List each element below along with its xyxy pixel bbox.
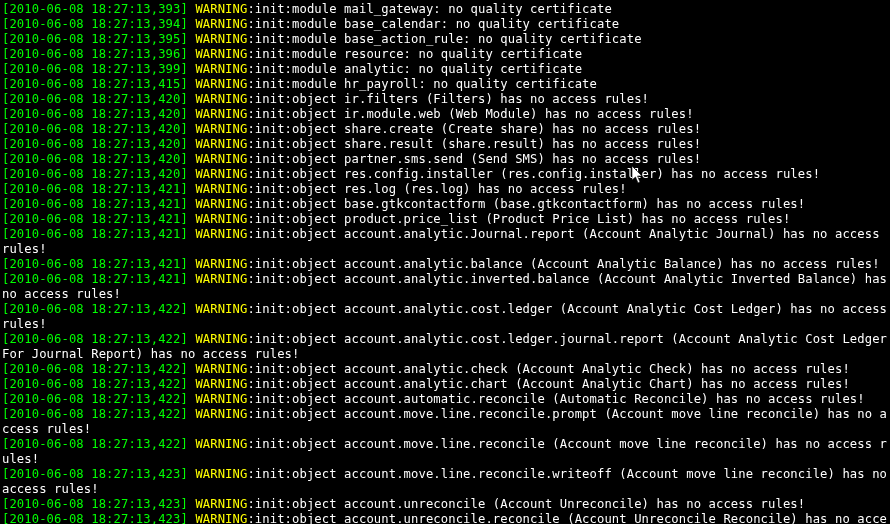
log-timestamp: [2010-06-08 18:27:13,421] <box>2 212 188 226</box>
log-timestamp: [2010-06-08 18:27:13,399] <box>2 62 188 76</box>
log-message: :init:module hr_payroll: no quality cert… <box>247 77 597 91</box>
log-message: :init:object account.unreconcile (Accoun… <box>247 497 805 511</box>
terminal-output[interactable]: [2010-06-08 18:27:13,393] WARNING:init:m… <box>0 0 890 524</box>
log-message: :init:object share.result (share.result)… <box>247 137 701 151</box>
log-level: WARNING <box>195 152 247 166</box>
log-level: WARNING <box>195 512 247 524</box>
log-level: WARNING <box>195 122 247 136</box>
log-timestamp: [2010-06-08 18:27:13,422] <box>2 302 188 316</box>
log-message: :init:object product.price_list (Product… <box>247 212 790 226</box>
log-level: WARNING <box>195 47 247 61</box>
log-level: WARNING <box>195 227 247 241</box>
log-message: :init:object base.gtkcontactform (base.g… <box>247 197 805 211</box>
log-timestamp: [2010-06-08 18:27:13,395] <box>2 32 188 46</box>
log-timestamp: [2010-06-08 18:27:13,415] <box>2 77 188 91</box>
log-level: WARNING <box>195 212 247 226</box>
log-timestamp: [2010-06-08 18:27:13,420] <box>2 122 188 136</box>
log-timestamp: [2010-06-08 18:27:13,423] <box>2 467 188 481</box>
log-level: WARNING <box>195 407 247 421</box>
log-level: WARNING <box>195 362 247 376</box>
log-message: :init:object account.automatic.reconcile… <box>247 392 864 406</box>
log-level: WARNING <box>195 107 247 121</box>
log-timestamp: [2010-06-08 18:27:13,420] <box>2 92 188 106</box>
log-timestamp: [2010-06-08 18:27:13,422] <box>2 362 188 376</box>
log-message: :init:object ir.filters (Filters) has no… <box>247 92 649 106</box>
log-level: WARNING <box>195 257 247 271</box>
log-timestamp: [2010-06-08 18:27:13,420] <box>2 137 188 151</box>
log-timestamp: [2010-06-08 18:27:13,421] <box>2 182 188 196</box>
log-timestamp: [2010-06-08 18:27:13,420] <box>2 167 188 181</box>
log-timestamp: [2010-06-08 18:27:13,422] <box>2 392 188 406</box>
log-level: WARNING <box>195 182 247 196</box>
log-message: :init:module resource: no quality certif… <box>247 47 582 61</box>
log-level: WARNING <box>195 332 247 346</box>
log-level: WARNING <box>195 392 247 406</box>
log-timestamp: [2010-06-08 18:27:13,422] <box>2 332 188 346</box>
log-level: WARNING <box>195 272 247 286</box>
log-timestamp: [2010-06-08 18:27:13,420] <box>2 152 188 166</box>
log-timestamp: [2010-06-08 18:27:13,422] <box>2 377 188 391</box>
log-level: WARNING <box>195 137 247 151</box>
log-level: WARNING <box>195 32 247 46</box>
log-level: WARNING <box>195 437 247 451</box>
log-level: WARNING <box>195 497 247 511</box>
log-message: :init:object account.analytic.chart (Acc… <box>247 377 849 391</box>
log-level: WARNING <box>195 197 247 211</box>
log-level: WARNING <box>195 17 247 31</box>
log-message: :init:module base_calendar: no quality c… <box>247 17 619 31</box>
log-message: :init:module analytic: no quality certif… <box>247 62 582 76</box>
log-timestamp: [2010-06-08 18:27:13,394] <box>2 17 188 31</box>
log-timestamp: [2010-06-08 18:27:13,421] <box>2 227 188 241</box>
log-level: WARNING <box>195 92 247 106</box>
log-message: :init:object account.analytic.balance (A… <box>247 257 879 271</box>
log-message: :init:module mail_gateway: no quality ce… <box>247 2 611 16</box>
log-message: :init:object account.analytic.check (Acc… <box>247 362 849 376</box>
log-timestamp: [2010-06-08 18:27:13,423] <box>2 497 188 511</box>
log-level: WARNING <box>195 377 247 391</box>
log-level: WARNING <box>195 2 247 16</box>
log-timestamp: [2010-06-08 18:27:13,393] <box>2 2 188 16</box>
log-timestamp: [2010-06-08 18:27:13,421] <box>2 272 188 286</box>
log-timestamp: [2010-06-08 18:27:13,421] <box>2 197 188 211</box>
log-timestamp: [2010-06-08 18:27:13,422] <box>2 407 188 421</box>
log-message: :init:module base_action_rule: no qualit… <box>247 32 641 46</box>
log-timestamp: [2010-06-08 18:27:13,420] <box>2 107 188 121</box>
log-level: WARNING <box>195 302 247 316</box>
log-level: WARNING <box>195 167 247 181</box>
log-level: WARNING <box>195 77 247 91</box>
log-timestamp: [2010-06-08 18:27:13,422] <box>2 437 188 451</box>
log-message: :init:object partner.sms.send (Send SMS)… <box>247 152 701 166</box>
log-message: :init:object share.create (Create share)… <box>247 122 701 136</box>
log-level: WARNING <box>195 467 247 481</box>
log-message: :init:object res.config.installer (res.c… <box>247 167 820 181</box>
log-timestamp: [2010-06-08 18:27:13,396] <box>2 47 188 61</box>
log-level: WARNING <box>195 62 247 76</box>
log-timestamp: [2010-06-08 18:27:13,423] <box>2 512 188 524</box>
log-message: :init:object ir.module.web (Web Module) … <box>247 107 693 121</box>
log-timestamp: [2010-06-08 18:27:13,421] <box>2 257 188 271</box>
log-message: :init:object res.log (res.log) has no ac… <box>247 182 626 196</box>
